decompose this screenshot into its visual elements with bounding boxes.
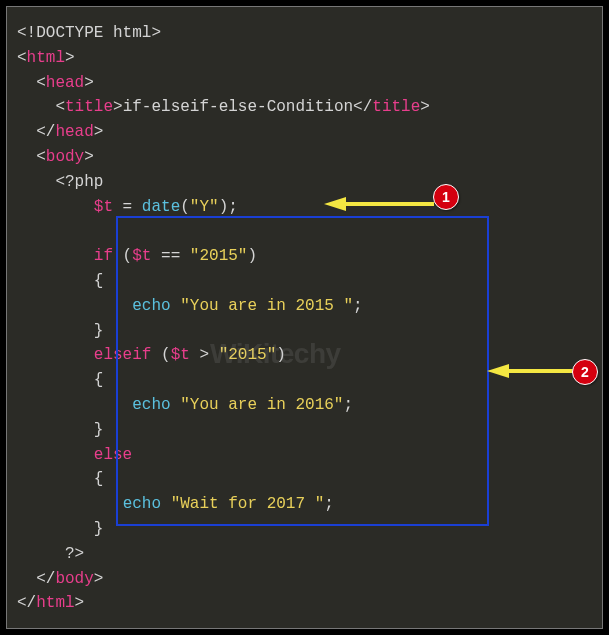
code-line: <!DOCTYPE html>	[17, 21, 592, 46]
code-line: ?>	[17, 542, 592, 567]
svg-marker-3	[487, 364, 509, 378]
code-line: <?php	[17, 170, 592, 195]
code-line: <head>	[17, 71, 592, 96]
code-line: {	[17, 269, 592, 294]
code-line: }	[17, 319, 592, 344]
annotation-badge-2: 2	[572, 359, 598, 385]
svg-marker-1	[324, 197, 346, 211]
arrow-2	[487, 363, 581, 379]
code-line: echo "Wait for 2017 ";	[17, 492, 592, 517]
arrow-1	[324, 196, 444, 212]
code-line: <body>	[17, 145, 592, 170]
code-line: echo "You are in 2015 ";	[17, 294, 592, 319]
code-line: </head>	[17, 120, 592, 145]
code-line: }	[17, 517, 592, 542]
code-line: }	[17, 418, 592, 443]
code-line: echo "You are in 2016";	[17, 393, 592, 418]
code-line: <title>if-elseif-else-Condition</title>	[17, 95, 592, 120]
code-line: else	[17, 443, 592, 468]
code-line: if ($t == "2015")	[17, 244, 592, 269]
code-editor: <!DOCTYPE html> <html> <head> <title>if-…	[6, 6, 603, 629]
code-line: $t = date("Y");	[17, 195, 592, 220]
code-line	[17, 219, 592, 244]
code-line: </body>	[17, 567, 592, 592]
code-line: </html>	[17, 591, 592, 616]
annotation-badge-1: 1	[433, 184, 459, 210]
code-line: <html>	[17, 46, 592, 71]
code-line: {	[17, 467, 592, 492]
